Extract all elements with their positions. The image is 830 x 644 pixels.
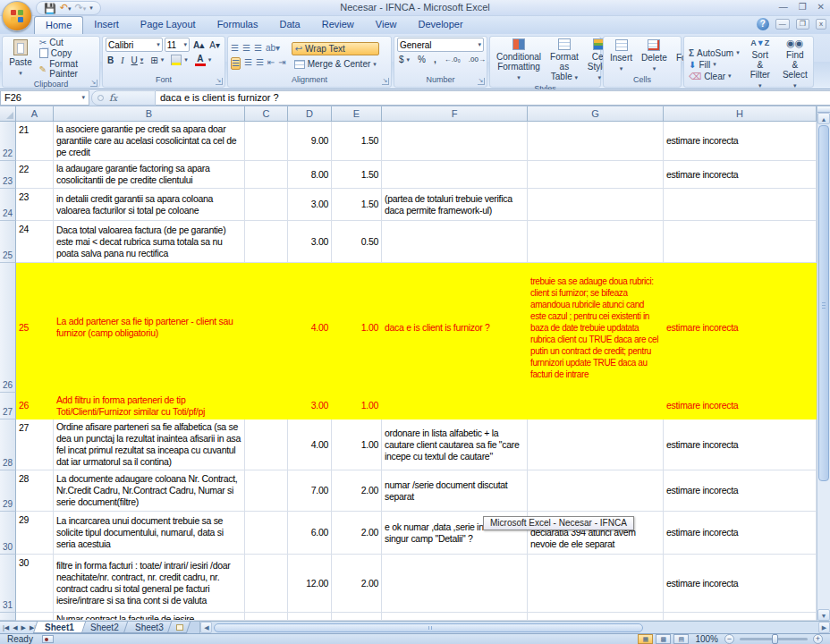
cell[interactable]: 25 xyxy=(16,263,54,393)
workbook-minimize-button[interactable]: — xyxy=(775,19,790,30)
cell[interactable]: 1.50 xyxy=(332,189,382,221)
vertical-scroll-thumb[interactable] xyxy=(818,125,829,481)
cell[interactable] xyxy=(528,161,664,189)
row-header[interactable]: 31 xyxy=(0,555,16,613)
align-center-icon[interactable]: ☰ xyxy=(244,57,252,70)
tab-data[interactable]: Data xyxy=(268,16,310,34)
clear-button[interactable]: ⌫Clear ▾ xyxy=(687,72,741,81)
cell[interactable] xyxy=(16,613,54,621)
scroll-down-icon[interactable]: ▼ xyxy=(817,609,830,621)
cell[interactable]: 6.00 xyxy=(288,512,332,555)
cell[interactable] xyxy=(382,122,528,161)
increase-indent-icon[interactable]: ⇥ xyxy=(278,57,285,70)
tab-developer[interactable]: Developer xyxy=(407,16,473,34)
sheet-tab-sheet2[interactable]: Sheet2 xyxy=(79,622,131,633)
vertical-scrollbar[interactable]: ▲ ▼ xyxy=(817,106,830,621)
cell[interactable]: La incarcarea unui document trebuie sa s… xyxy=(54,512,245,555)
cell[interactable]: Numar contract la facturile de iesire xyxy=(54,613,245,621)
cell-active-f26[interactable]: daca e is client is furnizor ? xyxy=(382,263,528,393)
row-header[interactable]: 27 xyxy=(0,393,16,419)
cell[interactable] xyxy=(245,161,288,189)
cell[interactable] xyxy=(245,189,288,221)
autosum-button[interactable]: ΣAutoSum ▾ xyxy=(687,48,741,58)
page-break-view-icon[interactable]: ▤ xyxy=(673,634,689,644)
row-header[interactable]: 30 xyxy=(0,512,16,555)
cell[interactable]: trebuie sa se adauge doua rubrici: clien… xyxy=(528,263,664,393)
grow-font-button[interactable]: A▴ xyxy=(191,38,206,52)
cell[interactable] xyxy=(382,613,528,621)
font-size-select[interactable]: 11▾ xyxy=(165,38,190,52)
horizontal-scrollbar[interactable]: ◀ ▶ xyxy=(199,622,830,633)
zoom-in-icon[interactable]: + xyxy=(813,634,823,644)
find-select-button[interactable]: ◉◉ Find &Select ▾ xyxy=(779,38,811,91)
cell[interactable]: 1.00 xyxy=(332,263,382,393)
cell[interactable]: filtre in forma facturi : toate/ intrari… xyxy=(54,555,245,613)
cell[interactable]: 3.00 xyxy=(288,221,332,263)
number-format-select[interactable]: General▾ xyxy=(397,38,484,52)
cell[interactable]: La add partener sa fie tip partener - cl… xyxy=(54,263,245,393)
accounting-format-button[interactable]: $ ▾ xyxy=(397,55,411,64)
formula-input[interactable]: daca e is client is furnizor ? xyxy=(156,90,830,106)
cell[interactable]: 28 xyxy=(16,470,54,512)
dialog-launcher-icon[interactable]: ↘ xyxy=(90,80,97,87)
column-header-c[interactable]: C xyxy=(245,106,288,122)
column-header-f[interactable]: F xyxy=(382,106,528,122)
cell[interactable] xyxy=(288,613,332,621)
tab-view[interactable]: View xyxy=(365,16,408,34)
row-header[interactable] xyxy=(0,613,16,621)
scrollbar-split-handle[interactable] xyxy=(817,106,830,113)
top-align-icon[interactable]: ☰ xyxy=(231,43,239,54)
tab-page-layout[interactable]: Page Layout xyxy=(130,16,207,34)
cell[interactable]: 8.00 xyxy=(288,161,332,189)
cell[interactable] xyxy=(528,122,664,161)
decrease-decimal-icon[interactable]: .00→ xyxy=(467,55,487,64)
cell[interactable] xyxy=(664,613,817,621)
cell[interactable]: 22 xyxy=(16,161,54,189)
prev-sheet-icon[interactable]: ◀ xyxy=(13,624,17,631)
dialog-launcher-icon[interactable]: ↘ xyxy=(382,78,389,85)
zoom-slider-thumb[interactable] xyxy=(772,634,778,644)
shrink-font-button[interactable]: A▾ xyxy=(208,38,222,52)
tab-review[interactable]: Review xyxy=(311,16,365,34)
italic-button[interactable]: I xyxy=(119,55,125,65)
cell[interactable]: Ordine afisare parteneri sa fie alfabeti… xyxy=(54,419,245,470)
cell[interactable] xyxy=(664,189,817,221)
cell[interactable]: 1.50 xyxy=(332,122,382,161)
cell[interactable] xyxy=(382,161,528,189)
cell[interactable]: 29 xyxy=(16,512,54,555)
next-sheet-icon[interactable]: ▶ xyxy=(21,624,26,631)
middle-align-icon[interactable]: ☰ xyxy=(242,43,250,54)
cell[interactable]: la asociere garantie pe credit sa apara … xyxy=(54,122,245,161)
cell[interactable] xyxy=(245,393,288,419)
cell[interactable] xyxy=(382,221,528,263)
bold-button[interactable]: B xyxy=(106,55,115,65)
cell[interactable]: Add filtru in forma parteneri de tip Tot… xyxy=(54,393,245,419)
cell[interactable] xyxy=(528,555,664,613)
cell[interactable]: 2.00 xyxy=(332,512,382,555)
tab-insert[interactable]: Insert xyxy=(83,16,130,34)
scroll-up-icon[interactable]: ▲ xyxy=(817,113,830,124)
cell[interactable]: estimare incorecta xyxy=(664,393,817,419)
cell[interactable]: estimare incorecta xyxy=(664,555,817,613)
conditional-formatting-button[interactable]: ConditionalFormatting ▾ xyxy=(493,38,545,83)
cell[interactable]: ordonare in lista alfabetic + la cautare… xyxy=(382,419,528,470)
paste-button[interactable]: Paste ▾ xyxy=(5,38,36,79)
cell[interactable] xyxy=(245,263,288,393)
dialog-launcher-icon[interactable]: ↘ xyxy=(478,78,485,85)
cell[interactable]: 2.00 xyxy=(332,555,382,613)
cell[interactable]: estimare incorecta xyxy=(664,470,817,512)
tab-home[interactable]: Home xyxy=(34,16,83,34)
percent-style-button[interactable]: % xyxy=(416,55,428,64)
cell[interactable]: la adaugare garantie factoring sa apara … xyxy=(54,161,245,189)
cell[interactable] xyxy=(245,470,288,512)
macro-record-icon[interactable] xyxy=(42,635,54,643)
increase-decimal-icon[interactable]: ←.0₀ xyxy=(443,55,462,64)
cell[interactable]: 1.50 xyxy=(332,161,382,189)
underline-button[interactable]: U ▾ xyxy=(130,55,146,65)
cell[interactable]: estimare incorecta xyxy=(664,419,817,470)
cell[interactable]: estimare incorecta xyxy=(664,263,817,393)
first-sheet-icon[interactable]: |◀ xyxy=(3,624,9,631)
cell[interactable] xyxy=(245,613,288,621)
cell[interactable] xyxy=(382,393,528,419)
fx-icon[interactable]: fx xyxy=(109,92,117,104)
